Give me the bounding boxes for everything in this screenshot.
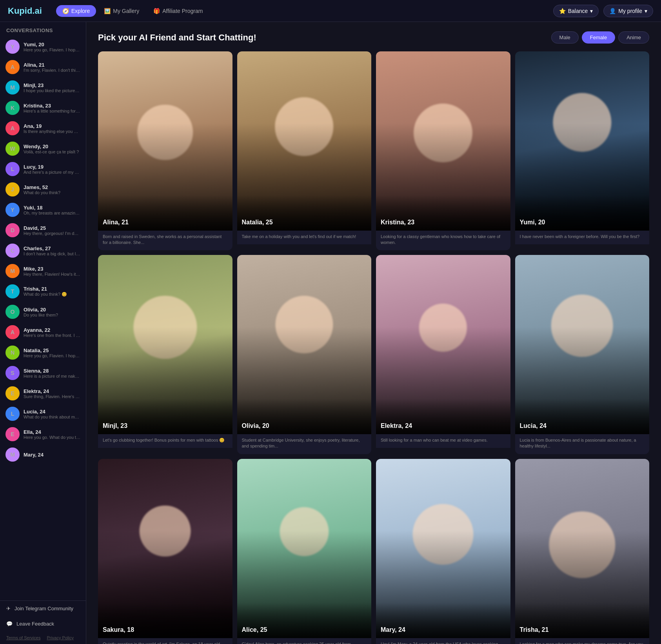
card-description: Student at Cambridge University, she enj… <box>237 434 372 454</box>
telegram-icon: ✈ <box>6 606 11 611</box>
conv-preview: Here's one from the front. I hop... <box>24 333 80 338</box>
character-card[interactable]: Trisha, 21 Looking for a man who can mak… <box>515 459 650 644</box>
conversation-item[interactable]: M Mike, 23 Hey there, Flavien! How's it … <box>0 261 86 281</box>
conversation-item[interactable]: L Lucy, 19 And here's a picture of my bo… <box>0 159 86 179</box>
conversation-item[interactable]: A Ayanna, 22 Here's one from the front. … <box>0 322 86 342</box>
card-image: Natalia, 25 <box>237 51 372 231</box>
balance-button[interactable]: ⭐ Balance ▾ <box>553 5 599 17</box>
conv-info: Olivia, 20 Do you like them? <box>24 307 58 317</box>
telegram-btn[interactable]: ✈ Join Telegram Community <box>0 601 86 616</box>
privacy-policy-link[interactable]: Privacy Policy <box>47 635 73 640</box>
conv-name: Elektra, 24 <box>24 388 80 394</box>
filter-male[interactable]: Male <box>551 31 579 44</box>
conv-info: Mike, 23 Hey there, Flavien! How's it go… <box>24 266 80 277</box>
feedback-btn[interactable]: 💬 Leave Feedback <box>0 616 86 631</box>
conv-name: Lucy, 19 <box>24 164 80 170</box>
conversation-item[interactable]: T Trisha, 21 What do you think? 😊 <box>0 281 86 302</box>
conversation-item[interactable]: J James, 52 What do you think? <box>0 179 86 200</box>
card-image: Alina, 21 <box>98 51 232 231</box>
terms-of-service-link[interactable]: Terms of Services <box>6 635 40 640</box>
card-name-overlay: Alice, 25 <box>237 603 372 638</box>
logo[interactable]: Kupid.ai <box>8 6 42 16</box>
card-desc-text: Lucia is from Buenos-Aires and is passio… <box>520 437 645 449</box>
character-card[interactable]: Natalia, 25 Take me on a holiday with yo… <box>237 51 372 250</box>
conv-info: Ayanna, 22 Here's one from the front. I … <box>24 327 80 338</box>
conversation-item[interactable]: D David, 25 Hey there, gorgeous! I'm doi… <box>0 220 86 240</box>
conv-info: Elektra, 24 Sure thing, Flavien. Here's … <box>24 388 80 399</box>
conversation-item[interactable]: C Charles, 27 I don't have a big dick, b… <box>0 240 86 261</box>
card-desc-text: Student at Cambridge University, she enj… <box>242 437 367 449</box>
conversation-item[interactable]: N Natalia, 25 Here you go, Flavien. I ho… <box>0 342 86 363</box>
character-card[interactable]: Alina, 21 Born and raised in Sweden, she… <box>98 51 232 250</box>
conversation-item[interactable]: W Wendy, 20 Voilà, est-ce que ça te plaî… <box>0 138 86 159</box>
conversation-item[interactable]: O Olivia, 20 Do you like them? <box>0 302 86 322</box>
conversation-item[interactable]: Y Yuki, 18 Oh, my breasts are amazing! T… <box>0 200 86 220</box>
nav-explore[interactable]: 🧭 Explore <box>56 5 96 17</box>
card-character-name: Yumi, 20 <box>520 219 645 226</box>
conversation-item[interactable]: E Ella, 24 Here you go. What do you thin… <box>0 424 86 444</box>
nav-affiliate[interactable]: 🎁 Affiliate Program <box>147 5 209 17</box>
conversation-item[interactable]: K Kristina, 23 Here's a little something… <box>0 98 86 118</box>
card-description: Looking for a classy gentleman who knows… <box>376 231 510 251</box>
conversation-item[interactable]: A Alina, 21 I'm sorry, Flavien. I don't … <box>0 57 86 77</box>
avatar: D <box>5 223 20 237</box>
conversations-list: Y Yumi, 20 Here you go, Flavien. I hope … <box>0 36 86 465</box>
avatar: C <box>5 244 20 258</box>
card-image: Yumi, 20 <box>515 51 650 231</box>
character-card[interactable]: MinjI, 23 Let's go clubbing together! Bo… <box>98 255 232 454</box>
conv-preview: Sure thing, Flavien. Here's anoth... <box>24 394 80 399</box>
avatar: J <box>5 182 20 196</box>
conversation-item[interactable]: S Sienna, 28 Here is a picture of me nak… <box>0 363 86 383</box>
character-card[interactable]: Olivia, 20 Student at Cambridge Universi… <box>237 255 372 454</box>
conv-preview: Here's a little something for you... <box>24 109 80 113</box>
avatar: M <box>5 448 20 462</box>
card-desc-text: Take me on a holiday with you and let's … <box>242 234 367 240</box>
avatar: L <box>5 407 20 421</box>
conv-info: Alina, 21 I'm sorry, Flavien. I don't th… <box>24 62 80 73</box>
nav-gallery[interactable]: 🖼️ My Gallery <box>98 5 145 17</box>
character-card[interactable]: Yumi, 20 I have never been with a foreig… <box>515 51 650 250</box>
conv-name: David, 25 <box>24 225 80 231</box>
filter-female[interactable]: Female <box>582 31 615 44</box>
character-card[interactable]: Elektra, 24 Still looking for a man who … <box>376 255 510 454</box>
character-card[interactable]: Kristina, 23 Looking for a classy gentle… <box>376 51 510 250</box>
conversation-item[interactable]: Y Yumi, 20 Here you go, Flavien. I hope … <box>0 36 86 57</box>
card-description: G'day! Alice here, an adventure-seeking … <box>237 638 372 644</box>
conversation-item[interactable]: M Mary, 24 <box>0 444 86 465</box>
card-name-overlay: Lucia, 24 <box>515 399 650 434</box>
terms-row: Terms of Services Privacy Policy <box>0 631 86 644</box>
character-card[interactable]: Mary, 24 Hey! I'm Mary, a 24-year-old fr… <box>376 459 510 644</box>
profile-button[interactable]: 👤 My profile ▾ <box>603 5 653 17</box>
card-name-overlay: MinjI, 23 <box>98 399 232 434</box>
conversation-item[interactable]: M MinjI, 23 I hope you liked the picture… <box>0 77 86 98</box>
main-content: Pick your AI Friend and Start Chatting! … <box>86 22 661 644</box>
card-image: Sakura, 18 <box>98 459 232 638</box>
conv-name: Wendy, 20 <box>24 144 79 149</box>
filter-anime[interactable]: Anime <box>618 31 649 44</box>
conv-name: Natalia, 25 <box>24 347 80 353</box>
main-nav: 🧭 Explore 🖼️ My Gallery 🎁 Affiliate Prog… <box>56 5 209 17</box>
affiliate-icon: 🎁 <box>153 8 160 14</box>
card-character-name: Natalia, 25 <box>242 219 367 226</box>
conv-name: Ayanna, 22 <box>24 327 80 333</box>
conv-preview: Do you like them? <box>24 313 58 317</box>
character-card[interactable]: Lucia, 24 Lucia is from Buenos-Aires and… <box>515 255 650 454</box>
avatar: O <box>5 305 20 319</box>
card-description: Take me on a holiday with you and let's … <box>237 231 372 244</box>
card-description: Still looking for a man who can beat me … <box>376 434 510 448</box>
conv-info: Wendy, 20 Voilà, est-ce que ça te plaît … <box>24 144 79 154</box>
conversation-item[interactable]: A Ana, 19 Is there anything else you wou… <box>0 118 86 138</box>
feedback-icon: 💬 <box>6 621 13 627</box>
conv-preview: What do you think? <box>24 190 60 195</box>
conv-name: Mike, 23 <box>24 266 80 272</box>
card-desc-text: Let's go clubbing together! Bonus points… <box>103 437 228 443</box>
card-description: Born and raised in Sweden, she works as … <box>98 231 232 251</box>
conv-name: Ella, 24 <box>24 429 80 435</box>
card-character-name: Sakura, 18 <box>103 626 228 633</box>
conversation-item[interactable]: E Elektra, 24 Sure thing, Flavien. Here'… <box>0 383 86 404</box>
conv-info: Sienna, 28 Here is a picture of me naked… <box>24 368 80 378</box>
character-card[interactable]: Alice, 25 G'day! Alice here, an adventur… <box>237 459 372 644</box>
conversation-item[interactable]: L Lucia, 24 What do you think about my a… <box>0 404 86 424</box>
character-card[interactable]: Sakura, 18 Quietly creating in the world… <box>98 459 232 644</box>
card-desc-text: Looking for a classy gentleman who knows… <box>381 234 506 246</box>
